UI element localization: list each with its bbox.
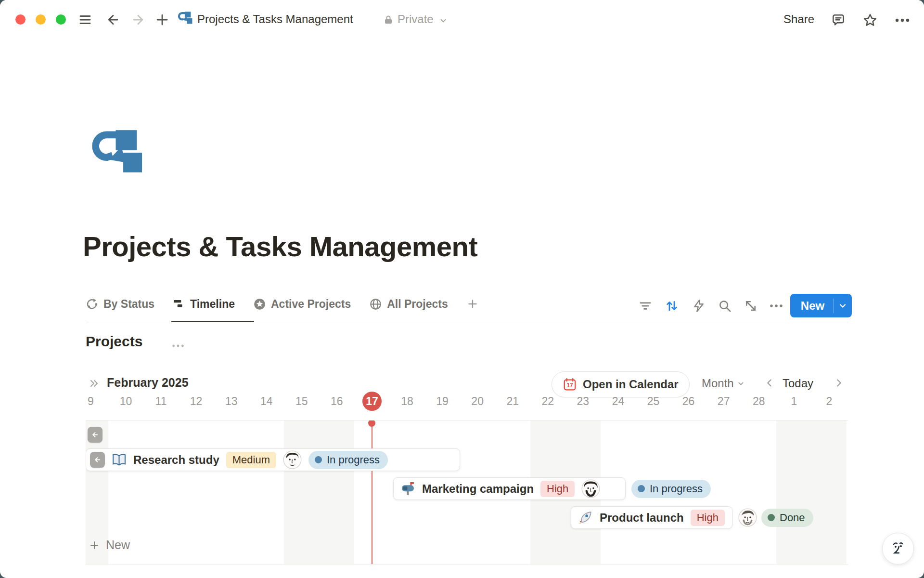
date-cell: 15 — [284, 392, 320, 411]
automations-bolt-icon[interactable] — [692, 299, 706, 313]
card-title: Product launch — [600, 511, 684, 525]
status-dot — [638, 485, 645, 492]
date-cell: 12 — [179, 392, 214, 411]
page-logo[interactable] — [89, 127, 143, 176]
globe-icon — [369, 298, 382, 311]
new-button-label[interactable]: New — [790, 299, 833, 313]
breadcrumb-page-title: Projects & Tasks Management — [197, 13, 353, 26]
next-month-chevron-icon[interactable] — [834, 378, 844, 388]
notion-ai-button[interactable] — [882, 533, 914, 565]
timeline-card-research-study[interactable]: Research studyMediumIn progress — [86, 448, 460, 471]
database-title[interactable]: Projects — [86, 333, 142, 350]
comments-icon[interactable] — [831, 13, 846, 28]
date-cell: 26 — [671, 392, 706, 411]
date-cell: 19 — [424, 392, 460, 411]
status-dot — [768, 514, 775, 521]
calendar-17-icon: 17 — [563, 377, 577, 392]
app-window: Projects & Tasks Management Private Shar… — [0, 0, 924, 578]
tab-all-projects[interactable]: All Projects — [369, 290, 448, 318]
mailbox-icon — [400, 481, 415, 496]
timeline-month-label: February 2025 — [107, 376, 189, 390]
scroll-to-bar-left-button[interactable] — [88, 427, 103, 443]
tab-label: Active Projects — [271, 298, 351, 311]
star-circle-icon — [253, 298, 266, 311]
prev-month-chevron-icon[interactable] — [764, 378, 775, 388]
favorite-star-icon[interactable] — [862, 13, 878, 28]
date-cell: 21 — [495, 392, 530, 411]
database-menu-icon[interactable] — [171, 343, 185, 349]
new-button[interactable]: New — [790, 294, 852, 317]
today-dot — [368, 420, 375, 427]
date-cell: 18 — [389, 392, 425, 411]
status-label: In progress — [327, 454, 380, 466]
status-label: In progress — [650, 483, 703, 495]
sort-icon[interactable] — [665, 299, 679, 313]
assignee-avatar — [581, 479, 600, 498]
assignee-avatar — [738, 508, 757, 527]
search-icon[interactable] — [718, 299, 732, 313]
priority-badge: Medium — [226, 452, 276, 468]
back-icon[interactable] — [106, 13, 120, 27]
zoom-chevron-down-icon — [737, 380, 745, 388]
page-title[interactable]: Projects & Tasks Management — [83, 230, 477, 263]
timeline-icon — [173, 298, 185, 310]
timeline-zoom-select[interactable]: Month — [702, 377, 745, 390]
today-button[interactable]: Today — [783, 377, 813, 390]
tab-label: Timeline — [190, 298, 235, 311]
timeline-zoom-value: Month — [702, 377, 734, 390]
privacy-label[interactable]: Private — [398, 13, 434, 26]
ai-face-icon — [888, 539, 908, 558]
new-page-icon[interactable] — [155, 13, 169, 27]
date-cell: 25 — [636, 392, 671, 411]
timeline-grid: Research studyMediumIn progressMarketing… — [86, 420, 848, 565]
view-more-icon[interactable] — [769, 302, 783, 309]
status-label: Done — [780, 512, 805, 524]
card-title: Research study — [133, 453, 219, 467]
add-view-button[interactable] — [466, 290, 479, 318]
tab-timeline[interactable]: Timeline — [173, 290, 235, 318]
date-cell: 1 — [776, 392, 812, 411]
page-logo-small — [177, 11, 192, 25]
zoom-window-button[interactable] — [56, 14, 66, 25]
tab-label: All Projects — [387, 298, 448, 311]
assignee-avatar — [283, 450, 302, 469]
date-cell-today: 17 — [362, 392, 382, 411]
collapse-sidebar-chevrons-icon[interactable] — [88, 378, 101, 389]
book-icon — [112, 452, 127, 467]
date-cell: 24 — [600, 392, 636, 411]
sidebar-menu-icon[interactable] — [78, 13, 92, 27]
today-line — [372, 423, 372, 564]
forward-icon[interactable] — [131, 13, 145, 27]
tab-by-status[interactable]: By Status — [86, 290, 154, 318]
expand-icon[interactable] — [744, 299, 758, 313]
status-icon — [86, 298, 99, 311]
scroll-to-bar-left-button[interactable] — [90, 452, 105, 468]
svg-text:17: 17 — [566, 382, 573, 389]
close-window-button[interactable] — [15, 14, 26, 25]
open-in-calendar-label: Open in Calendar — [583, 378, 679, 391]
status-badge: In progress — [308, 451, 388, 469]
minimize-window-button[interactable] — [36, 14, 46, 25]
status-dot — [315, 456, 322, 463]
share-button[interactable]: Share — [783, 13, 814, 26]
date-cell: 11 — [143, 392, 179, 411]
date-cell: 16 — [319, 392, 355, 411]
lock-icon — [383, 13, 394, 26]
date-cell: 9 — [73, 392, 108, 411]
tab-active-projects[interactable]: Active Projects — [253, 290, 351, 318]
filter-icon[interactable] — [638, 299, 653, 313]
timeline-dates-row: 9101112131415161718192021222324252627281… — [86, 392, 848, 411]
weekend-band — [284, 420, 319, 564]
tab-label: By Status — [103, 298, 154, 311]
new-row-label: New — [106, 538, 130, 552]
card-title: Marketing campaign — [422, 482, 534, 496]
new-button-chevron-icon[interactable] — [834, 301, 852, 311]
privacy-chevron-down-icon[interactable] — [439, 16, 448, 25]
more-options-icon[interactable] — [894, 16, 911, 24]
date-cell: 28 — [741, 392, 777, 411]
timeline-card-product-launch[interactable]: Product launchHigh — [571, 506, 732, 529]
new-row-button[interactable]: New — [89, 538, 130, 552]
titlebar: Projects & Tasks Management Private Shar… — [0, 0, 924, 31]
timeline-card-marketing-campaign[interactable]: Marketing campaignHigh — [393, 477, 626, 500]
date-cell: 22 — [530, 392, 565, 411]
